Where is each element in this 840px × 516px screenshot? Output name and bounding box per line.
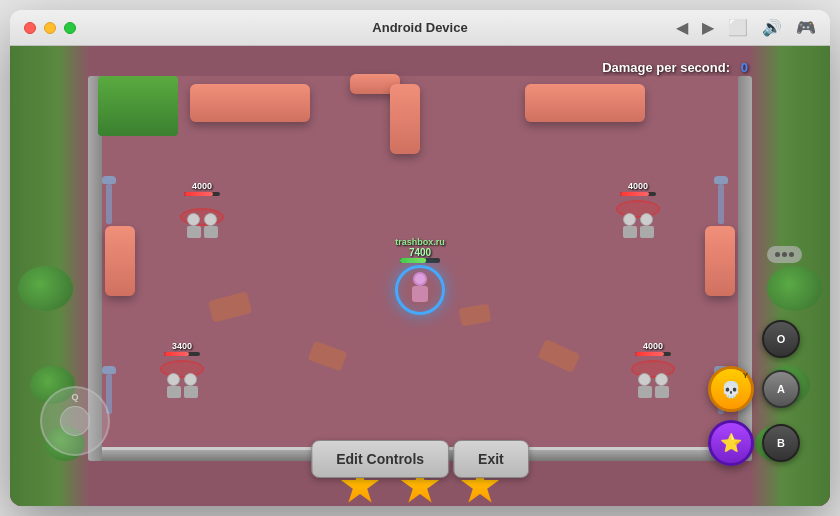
obstacle-right-mid [705, 226, 735, 296]
app-window: Android Device ◀ ▶ ⬜ 🔊 🎮 [10, 10, 830, 506]
dps-label: Damage per second: [602, 60, 730, 75]
skull-icon: 💀 [721, 380, 741, 399]
chat-dot [789, 252, 794, 257]
streetlamp-left-top [102, 176, 116, 224]
joystick-inner [60, 406, 90, 436]
action-o-button[interactable]: O [762, 320, 800, 358]
obstacle-top-left [190, 84, 310, 122]
forward-icon[interactable]: ▶ [702, 18, 714, 37]
joystick-left[interactable]: Q [40, 386, 110, 456]
titlebar: Android Device ◀ ▶ ⬜ 🔊 🎮 [10, 10, 830, 46]
green-patch-top-left [98, 76, 178, 136]
streetlamp-right-top [714, 176, 728, 224]
bottom-buttons: Edit Controls Exit [311, 440, 529, 478]
player-circle [395, 265, 445, 315]
chat-bubble[interactable] [767, 246, 802, 263]
close-button[interactable] [24, 22, 36, 34]
obstacle-top-center-v [390, 84, 420, 154]
volume-icon[interactable]: 🔊 [762, 18, 782, 37]
dps-value: 0 [741, 60, 748, 75]
enemy-bottom-left: 3400 [160, 341, 204, 398]
chat-dot [782, 252, 787, 257]
obstacle-left-mid [105, 226, 135, 296]
obstacle-top-right [525, 84, 645, 122]
joystick-label: Q [71, 392, 78, 402]
enemy-bottom-right: 4000 [631, 341, 675, 398]
y-label: Y [743, 371, 748, 380]
window-title: Android Device [372, 20, 467, 35]
game-area: 4000 4000 [10, 46, 830, 506]
enemy-top-right: 4000 [616, 181, 660, 238]
bush [767, 266, 822, 311]
gamepad-icon[interactable]: 🎮 [796, 18, 816, 37]
back-icon[interactable]: ◀ [676, 18, 688, 37]
bush [18, 266, 73, 311]
star-icon: ⭐ [720, 432, 742, 454]
minimize-button[interactable] [44, 22, 56, 34]
action-a-button[interactable]: A [762, 370, 800, 408]
edit-controls-button[interactable]: Edit Controls [311, 440, 449, 478]
action-b-button[interactable]: B [762, 424, 800, 462]
traffic-lights [24, 22, 76, 34]
chat-dot [775, 252, 780, 257]
window-minimize-icon[interactable]: ⬜ [728, 18, 748, 37]
action-star-button[interactable]: ⭐ [708, 420, 754, 466]
maximize-button[interactable] [64, 22, 76, 34]
titlebar-controls: ◀ ▶ ⬜ 🔊 🎮 [676, 18, 816, 37]
player-character: trashbox.ru 7400 [395, 237, 445, 315]
action-buttons: O 💀 Y A ⭐ B [708, 320, 800, 466]
enemy-top-left: 4000 [180, 181, 224, 238]
action-y-button[interactable]: 💀 Y [708, 366, 754, 412]
exit-button[interactable]: Exit [453, 440, 529, 478]
